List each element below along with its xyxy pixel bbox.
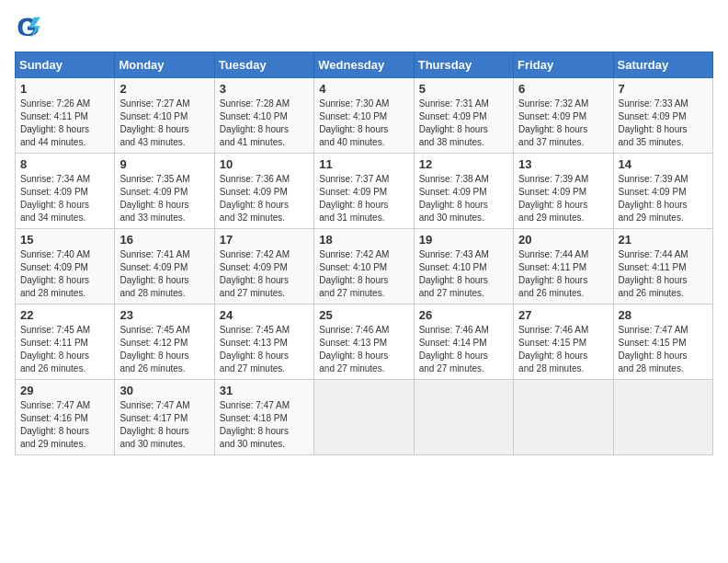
day-number: 9 <box>119 157 209 171</box>
col-header-sunday: Sunday <box>16 52 115 78</box>
logo <box>15 15 44 40</box>
day-number: 12 <box>419 157 508 171</box>
calendar-cell: 30Sunrise: 7:47 AM Sunset: 4:17 PM Dayli… <box>115 380 214 455</box>
page-header <box>15 15 713 40</box>
day-number: 17 <box>220 233 309 247</box>
day-info: Sunrise: 7:44 AM Sunset: 4:11 PM Dayligh… <box>619 248 708 300</box>
day-number: 5 <box>419 82 508 96</box>
calendar-week-row: 22Sunrise: 7:45 AM Sunset: 4:11 PM Dayli… <box>16 304 713 380</box>
day-info: Sunrise: 7:39 AM Sunset: 4:09 PM Dayligh… <box>619 173 708 224</box>
day-info: Sunrise: 7:30 AM Sunset: 4:10 PM Dayligh… <box>319 98 408 149</box>
day-info: Sunrise: 7:41 AM Sunset: 4:09 PM Dayligh… <box>119 248 209 300</box>
calendar-cell: 13Sunrise: 7:39 AM Sunset: 4:09 PM Dayli… <box>514 154 613 229</box>
calendar-cell <box>414 380 513 455</box>
col-header-thursday: Thursday <box>414 52 513 78</box>
calendar-cell: 19Sunrise: 7:43 AM Sunset: 4:10 PM Dayli… <box>414 229 513 304</box>
day-info: Sunrise: 7:33 AM Sunset: 4:09 PM Dayligh… <box>619 98 708 149</box>
day-number: 6 <box>518 82 608 96</box>
day-number: 15 <box>20 233 109 247</box>
day-number: 19 <box>419 233 508 247</box>
day-number: 21 <box>619 233 708 247</box>
day-info: Sunrise: 7:37 AM Sunset: 4:09 PM Dayligh… <box>319 173 408 224</box>
calendar-cell: 20Sunrise: 7:44 AM Sunset: 4:11 PM Dayli… <box>514 229 613 304</box>
calendar-table: SundayMondayTuesdayWednesdayThursdayFrid… <box>15 52 713 455</box>
calendar-cell: 5Sunrise: 7:31 AM Sunset: 4:09 PM Daylig… <box>414 78 513 154</box>
calendar-cell: 12Sunrise: 7:38 AM Sunset: 4:09 PM Dayli… <box>414 154 513 229</box>
day-number: 24 <box>220 308 309 322</box>
calendar-cell: 8Sunrise: 7:34 AM Sunset: 4:09 PM Daylig… <box>16 154 115 229</box>
col-header-tuesday: Tuesday <box>214 52 313 78</box>
day-info: Sunrise: 7:31 AM Sunset: 4:09 PM Dayligh… <box>419 98 508 149</box>
day-number: 10 <box>220 157 309 171</box>
day-number: 29 <box>20 384 109 397</box>
calendar-cell: 6Sunrise: 7:32 AM Sunset: 4:09 PM Daylig… <box>514 78 613 154</box>
day-info: Sunrise: 7:28 AM Sunset: 4:10 PM Dayligh… <box>220 98 309 149</box>
day-info: Sunrise: 7:47 AM Sunset: 4:16 PM Dayligh… <box>20 399 109 451</box>
day-info: Sunrise: 7:44 AM Sunset: 4:11 PM Dayligh… <box>518 248 608 300</box>
day-number: 2 <box>119 82 209 96</box>
calendar-week-row: 8Sunrise: 7:34 AM Sunset: 4:09 PM Daylig… <box>16 154 713 229</box>
calendar-cell: 14Sunrise: 7:39 AM Sunset: 4:09 PM Dayli… <box>613 154 712 229</box>
calendar-cell: 21Sunrise: 7:44 AM Sunset: 4:11 PM Dayli… <box>613 229 712 304</box>
calendar-cell: 7Sunrise: 7:33 AM Sunset: 4:09 PM Daylig… <box>613 78 712 154</box>
day-info: Sunrise: 7:43 AM Sunset: 4:10 PM Dayligh… <box>419 248 508 300</box>
day-info: Sunrise: 7:42 AM Sunset: 4:09 PM Dayligh… <box>220 248 309 300</box>
day-info: Sunrise: 7:46 AM Sunset: 4:15 PM Dayligh… <box>518 324 608 375</box>
day-info: Sunrise: 7:32 AM Sunset: 4:09 PM Dayligh… <box>518 98 608 149</box>
day-info: Sunrise: 7:45 AM Sunset: 4:13 PM Dayligh… <box>220 324 309 375</box>
col-header-wednesday: Wednesday <box>314 52 414 78</box>
day-info: Sunrise: 7:35 AM Sunset: 4:09 PM Dayligh… <box>119 173 209 224</box>
calendar-cell <box>613 380 712 455</box>
col-header-monday: Monday <box>115 52 214 78</box>
day-number: 7 <box>619 82 708 96</box>
day-number: 22 <box>20 308 109 322</box>
calendar-cell: 15Sunrise: 7:40 AM Sunset: 4:09 PM Dayli… <box>16 229 115 304</box>
day-info: Sunrise: 7:40 AM Sunset: 4:09 PM Dayligh… <box>20 248 109 300</box>
day-info: Sunrise: 7:46 AM Sunset: 4:13 PM Dayligh… <box>319 324 408 375</box>
day-number: 4 <box>319 82 408 96</box>
day-number: 13 <box>518 157 608 171</box>
day-number: 11 <box>319 157 408 171</box>
day-info: Sunrise: 7:46 AM Sunset: 4:14 PM Dayligh… <box>419 324 508 375</box>
calendar-cell: 18Sunrise: 7:42 AM Sunset: 4:10 PM Dayli… <box>314 229 414 304</box>
calendar-cell: 1Sunrise: 7:26 AM Sunset: 4:11 PM Daylig… <box>16 78 115 154</box>
calendar-cell: 24Sunrise: 7:45 AM Sunset: 4:13 PM Dayli… <box>214 304 313 380</box>
day-number: 1 <box>20 82 109 96</box>
day-number: 26 <box>419 308 508 322</box>
day-info: Sunrise: 7:47 AM Sunset: 4:17 PM Dayligh… <box>119 399 209 451</box>
day-number: 28 <box>619 308 708 322</box>
calendar-cell: 22Sunrise: 7:45 AM Sunset: 4:11 PM Dayli… <box>16 304 115 380</box>
calendar-cell: 2Sunrise: 7:27 AM Sunset: 4:10 PM Daylig… <box>115 78 214 154</box>
calendar-cell: 23Sunrise: 7:45 AM Sunset: 4:12 PM Dayli… <box>115 304 214 380</box>
day-number: 8 <box>20 157 109 171</box>
day-number: 3 <box>220 82 309 96</box>
day-number: 25 <box>319 308 408 322</box>
day-info: Sunrise: 7:36 AM Sunset: 4:09 PM Dayligh… <box>220 173 309 224</box>
calendar-header-row: SundayMondayTuesdayWednesdayThursdayFrid… <box>16 52 713 78</box>
day-info: Sunrise: 7:34 AM Sunset: 4:09 PM Dayligh… <box>20 173 109 224</box>
calendar-cell: 3Sunrise: 7:28 AM Sunset: 4:10 PM Daylig… <box>214 78 313 154</box>
logo-icon <box>15 15 40 40</box>
day-info: Sunrise: 7:42 AM Sunset: 4:10 PM Dayligh… <box>319 248 408 300</box>
calendar-cell <box>514 380 613 455</box>
calendar-week-row: 15Sunrise: 7:40 AM Sunset: 4:09 PM Dayli… <box>16 229 713 304</box>
calendar-cell: 11Sunrise: 7:37 AM Sunset: 4:09 PM Dayli… <box>314 154 414 229</box>
calendar-cell: 9Sunrise: 7:35 AM Sunset: 4:09 PM Daylig… <box>115 154 214 229</box>
day-info: Sunrise: 7:47 AM Sunset: 4:15 PM Dayligh… <box>619 324 708 375</box>
day-info: Sunrise: 7:45 AM Sunset: 4:12 PM Dayligh… <box>119 324 209 375</box>
calendar-cell: 28Sunrise: 7:47 AM Sunset: 4:15 PM Dayli… <box>613 304 712 380</box>
col-header-friday: Friday <box>514 52 613 78</box>
day-info: Sunrise: 7:39 AM Sunset: 4:09 PM Dayligh… <box>518 173 608 224</box>
day-info: Sunrise: 7:47 AM Sunset: 4:18 PM Dayligh… <box>220 399 309 451</box>
calendar-cell: 4Sunrise: 7:30 AM Sunset: 4:10 PM Daylig… <box>314 78 414 154</box>
day-info: Sunrise: 7:26 AM Sunset: 4:11 PM Dayligh… <box>20 98 109 149</box>
calendar-cell: 17Sunrise: 7:42 AM Sunset: 4:09 PM Dayli… <box>214 229 313 304</box>
calendar-cell: 31Sunrise: 7:47 AM Sunset: 4:18 PM Dayli… <box>214 380 313 455</box>
calendar-cell: 29Sunrise: 7:47 AM Sunset: 4:16 PM Dayli… <box>16 380 115 455</box>
day-number: 16 <box>119 233 209 247</box>
day-number: 30 <box>119 384 209 397</box>
calendar-cell: 26Sunrise: 7:46 AM Sunset: 4:14 PM Dayli… <box>414 304 513 380</box>
day-number: 27 <box>518 308 608 322</box>
day-number: 14 <box>619 157 708 171</box>
day-number: 20 <box>518 233 608 247</box>
